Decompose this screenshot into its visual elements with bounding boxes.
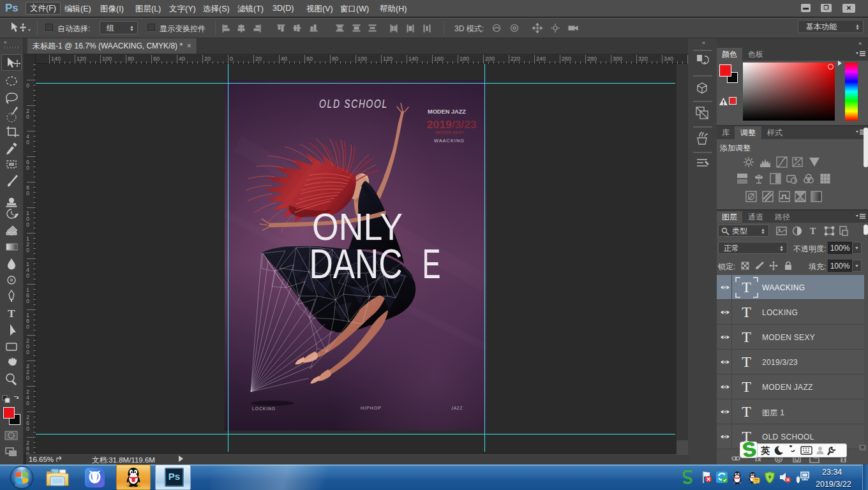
svg-text:140: 140 bbox=[51, 56, 61, 62]
svg-text:0: 0 bbox=[26, 139, 29, 145]
svg-text:WAACKING: WAACKING bbox=[434, 138, 465, 144]
svg-text:60: 60 bbox=[153, 56, 160, 62]
svg-text:120: 120 bbox=[383, 56, 393, 62]
svg-text:E: E bbox=[423, 241, 441, 287]
svg-text:80: 80 bbox=[332, 56, 338, 62]
svg-text:200: 200 bbox=[485, 56, 495, 62]
svg-text:0: 0 bbox=[26, 323, 29, 330]
svg-text:MODEN SEXY: MODEN SEXY bbox=[435, 130, 465, 135]
svg-text:60: 60 bbox=[306, 56, 313, 62]
svg-text:0: 0 bbox=[26, 247, 29, 253]
svg-text:300: 300 bbox=[613, 56, 622, 62]
svg-text:0: 0 bbox=[26, 375, 29, 381]
svg-text:80: 80 bbox=[128, 56, 134, 62]
svg-text:HIPHOP: HIPHOP bbox=[361, 405, 382, 411]
svg-text:20: 20 bbox=[255, 56, 262, 62]
svg-text:0: 0 bbox=[26, 298, 29, 304]
svg-text:0: 0 bbox=[26, 349, 29, 355]
svg-text:JAZZ: JAZZ bbox=[451, 405, 463, 411]
svg-text:120: 120 bbox=[77, 56, 86, 62]
svg-text:0: 0 bbox=[26, 272, 29, 279]
svg-text:0: 0 bbox=[26, 400, 29, 406]
svg-text:340: 340 bbox=[664, 56, 673, 62]
svg-text:140: 140 bbox=[408, 56, 418, 62]
svg-text:280: 280 bbox=[587, 56, 597, 62]
svg-text:40: 40 bbox=[179, 56, 185, 62]
svg-text:220: 220 bbox=[511, 56, 520, 62]
svg-text:40: 40 bbox=[281, 56, 287, 62]
svg-text:0: 0 bbox=[26, 426, 29, 432]
svg-text:MODEN JAZZ: MODEN JAZZ bbox=[428, 108, 466, 115]
svg-text:100: 100 bbox=[357, 56, 367, 62]
svg-text:0: 0 bbox=[26, 82, 29, 89]
svg-text:0: 0 bbox=[26, 165, 29, 171]
svg-text:2019/3/23: 2019/3/23 bbox=[427, 119, 477, 130]
svg-text:100: 100 bbox=[102, 56, 112, 62]
svg-text:20: 20 bbox=[204, 56, 211, 62]
svg-text:160: 160 bbox=[434, 56, 444, 62]
svg-text:OLD SCHOOL: OLD SCHOOL bbox=[319, 98, 388, 110]
svg-text:T: T bbox=[810, 226, 816, 236]
svg-text:T: T bbox=[8, 308, 15, 320]
svg-text:0: 0 bbox=[26, 114, 29, 120]
svg-text:320: 320 bbox=[638, 56, 648, 62]
svg-text:0: 0 bbox=[26, 221, 29, 228]
svg-text:LOCKING: LOCKING bbox=[252, 406, 276, 412]
svg-text:260: 260 bbox=[562, 56, 571, 62]
svg-text:0: 0 bbox=[26, 190, 29, 197]
svg-text:180: 180 bbox=[460, 56, 469, 62]
svg-text:240: 240 bbox=[536, 56, 546, 62]
svg-text:0: 0 bbox=[230, 56, 233, 62]
